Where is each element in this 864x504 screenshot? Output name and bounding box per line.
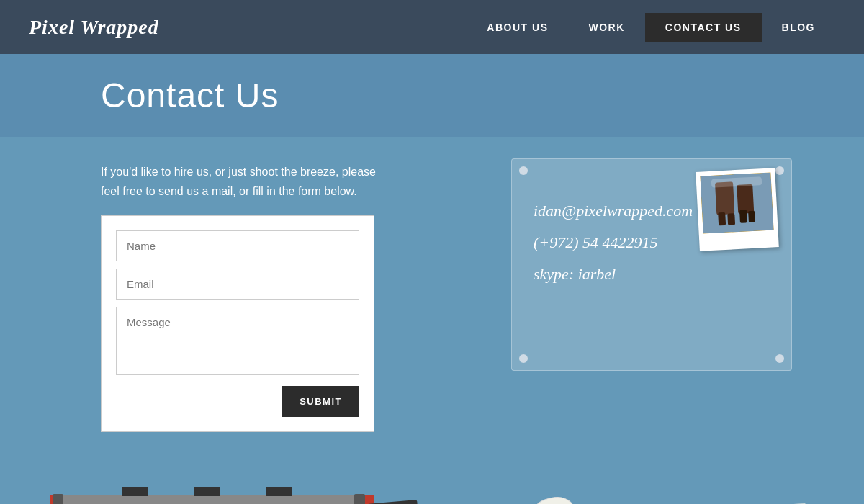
polaroid-image bbox=[701, 173, 774, 234]
bolt-tl bbox=[519, 166, 528, 175]
bolt-tr bbox=[775, 166, 784, 175]
nav-contact[interactable]: CONTACT US bbox=[645, 13, 762, 42]
bolt-bl bbox=[519, 354, 528, 363]
typewriter: 1 2 3 4 5 6 7 8 9 0 ← Q W E R T bbox=[50, 479, 410, 504]
email-input[interactable] bbox=[116, 269, 359, 300]
nav-links: ABOUT US WORK CONTACT US BLOG bbox=[467, 13, 835, 42]
polaroid-photo bbox=[696, 168, 779, 251]
nav-blog[interactable]: BLOG bbox=[762, 14, 835, 40]
tw-knob-left bbox=[53, 494, 63, 504]
svg-rect-6 bbox=[748, 211, 755, 222]
main-content: If you'd like to hire us, or just shoot … bbox=[0, 137, 864, 504]
svg-rect-2 bbox=[737, 184, 754, 214]
paper-ball-2 bbox=[526, 494, 580, 504]
navbar: Pixel Wrapped ABOUT US WORK CONTACT US B… bbox=[0, 0, 864, 54]
message-input[interactable] bbox=[116, 307, 359, 375]
contact-skype: skype: iarbel bbox=[534, 258, 770, 290]
tw-knob-right bbox=[354, 494, 365, 504]
svg-rect-5 bbox=[739, 210, 747, 222]
hero-band: Contact Us bbox=[0, 54, 864, 137]
submit-button[interactable]: SUBMIT bbox=[282, 386, 359, 417]
typewriter-body: 1 2 3 4 5 6 7 8 9 0 ← Q W E R T bbox=[50, 479, 374, 504]
bolt-br bbox=[775, 354, 784, 363]
svg-rect-4 bbox=[727, 213, 735, 225]
intro-text: If you'd like to hire us, or just shoot … bbox=[101, 162, 389, 201]
paper-clip-2 bbox=[194, 487, 220, 496]
tw-arm bbox=[366, 500, 418, 504]
svg-rect-3 bbox=[718, 212, 726, 225]
page-title: Contact Us bbox=[101, 76, 763, 115]
tw-roller bbox=[61, 495, 356, 504]
name-input[interactable] bbox=[116, 230, 359, 261]
nav-work[interactable]: WORK bbox=[568, 14, 644, 40]
contact-form: SUBMIT bbox=[101, 215, 374, 432]
paper-clip-3 bbox=[266, 487, 292, 496]
noticeboard: idan@pixelwrapped.com (+972) 54 4422915 … bbox=[511, 158, 792, 371]
logo: Pixel Wrapped bbox=[29, 16, 159, 39]
paper-clip-1 bbox=[122, 487, 148, 496]
nav-about[interactable]: ABOUT US bbox=[467, 14, 568, 40]
